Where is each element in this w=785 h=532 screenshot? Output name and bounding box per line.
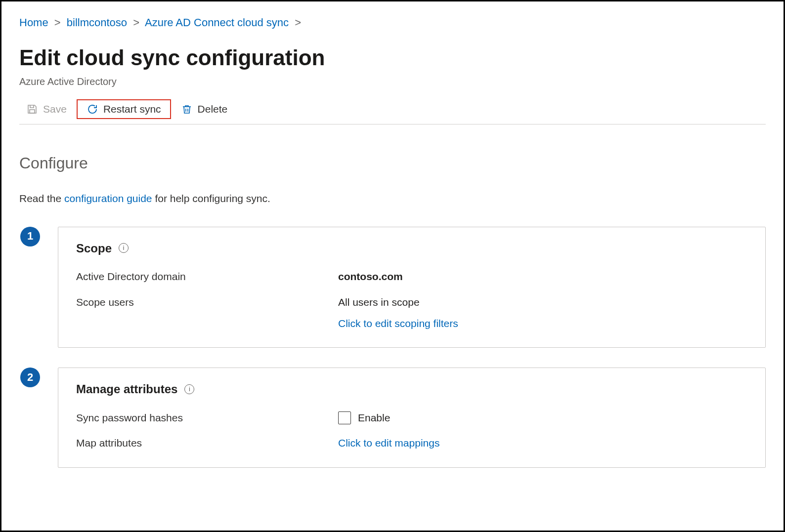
info-icon[interactable]: i — [184, 384, 194, 394]
scope-card: Scope i Active Directory domain contoso.… — [58, 227, 766, 348]
ad-domain-label: Active Directory domain — [76, 269, 338, 284]
restart-sync-label: Restart sync — [103, 103, 161, 115]
svg-rect-0 — [30, 110, 35, 113]
ad-domain-value: contoso.com — [338, 269, 403, 284]
chevron-right-icon: > — [133, 16, 139, 29]
scope-users-label: Scope users — [76, 295, 338, 309]
enable-checkbox[interactable] — [338, 411, 351, 424]
configure-description: Read the configuration guide for help co… — [19, 191, 766, 205]
step-manage-attributes: 2 Manage attributes i Sync password hash… — [20, 368, 766, 467]
sync-password-label: Sync password hashes — [76, 410, 338, 425]
delete-button-label: Delete — [198, 103, 228, 115]
step-scope: 1 Scope i Active Directory domain contos… — [20, 227, 766, 348]
chevron-right-icon: > — [295, 16, 301, 29]
restart-icon — [87, 103, 98, 115]
configure-heading: Configure — [19, 152, 766, 174]
step-number-badge: 2 — [20, 368, 40, 387]
manage-attributes-title: Manage attributes — [76, 381, 177, 398]
breadcrumb-cloud-sync[interactable]: Azure AD Connect cloud sync — [145, 16, 289, 29]
edit-mappings-link[interactable]: Click to edit mappings — [338, 436, 439, 450]
breadcrumb-home[interactable]: Home — [19, 16, 48, 29]
info-icon[interactable]: i — [119, 243, 129, 253]
enable-checkbox-label: Enable — [358, 410, 390, 425]
save-button[interactable]: Save — [19, 100, 74, 118]
delete-button[interactable]: Delete — [174, 100, 235, 118]
map-attributes-label: Map attributes — [76, 436, 338, 450]
step-number-badge: 1 — [20, 227, 40, 246]
save-icon — [26, 103, 38, 115]
edit-scoping-filters-link[interactable]: Click to edit scoping filters — [338, 316, 458, 330]
breadcrumb-tenant[interactable]: billmcontoso — [67, 16, 127, 29]
guide-prefix: Read the — [19, 193, 64, 204]
page-subtitle: Azure Active Directory — [19, 75, 766, 88]
scope-users-value: All users in scope — [338, 295, 458, 309]
guide-suffix: for help configuring sync. — [152, 193, 270, 204]
page-title: Edit cloud sync configuration — [19, 42, 766, 73]
restart-sync-button[interactable]: Restart sync — [77, 99, 171, 119]
save-button-label: Save — [43, 103, 67, 115]
manage-attributes-card: Manage attributes i Sync password hashes… — [58, 368, 766, 467]
breadcrumb: Home > billmcontoso > Azure AD Connect c… — [19, 15, 766, 31]
chevron-right-icon: > — [54, 16, 61, 29]
configuration-guide-link[interactable]: configuration guide — [64, 193, 152, 204]
scope-card-title: Scope — [76, 240, 112, 257]
command-bar: Save Restart sync Delete — [19, 99, 766, 124]
trash-icon — [181, 103, 193, 115]
